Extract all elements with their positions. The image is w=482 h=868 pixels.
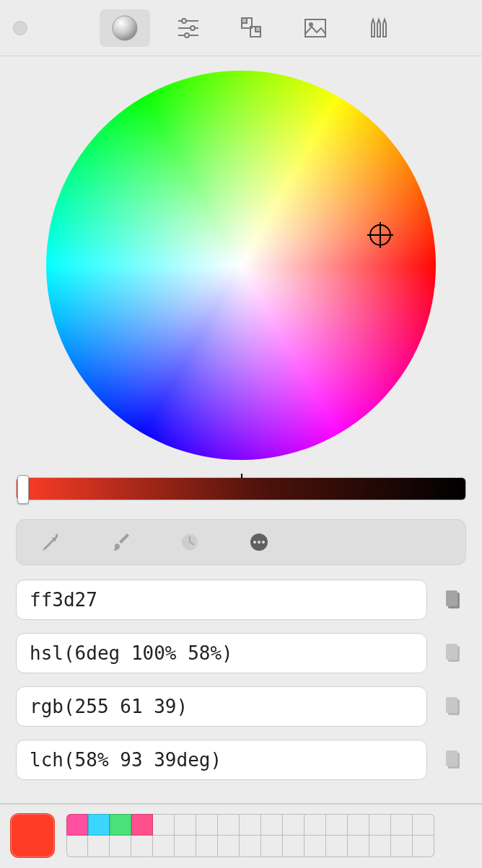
swatch-cell[interactable]: [413, 814, 434, 836]
svg-point-12: [310, 23, 312, 26]
swatch-cell[interactable]: [283, 836, 304, 857]
swatch-cell[interactable]: [240, 814, 261, 836]
svg-point-0: [113, 16, 137, 40]
swatch-cell[interactable]: [304, 814, 326, 836]
picker-mode-tabs: [100, 9, 404, 47]
sliders-icon: [174, 14, 203, 43]
hex-field[interactable]: ff3d27: [16, 580, 427, 620]
image-icon: [301, 14, 330, 43]
swatch-cell[interactable]: [369, 836, 391, 857]
lch-field[interactable]: lch(58% 93 39deg): [16, 740, 427, 780]
clipboard-icon: [442, 589, 464, 611]
titlebar: [0, 0, 482, 56]
swatch-cell[interactable]: [283, 814, 304, 836]
swatch-footer: [0, 803, 482, 868]
swatch-cell[interactable]: [413, 836, 434, 857]
clock-icon: [179, 531, 201, 553]
svg-rect-10: [255, 27, 260, 32]
svg-rect-11: [305, 19, 325, 37]
swatch-cell[interactable]: [218, 814, 240, 836]
rgb-field[interactable]: rgb(255 61 39): [16, 686, 427, 727]
color-wheel-tab[interactable]: [100, 9, 150, 47]
color-wheel[interactable]: [46, 71, 436, 460]
brightness-slider[interactable]: [16, 477, 466, 500]
swatch-cell[interactable]: [391, 814, 413, 836]
hsl-field[interactable]: hsl(6deg 100% 58%): [16, 633, 427, 673]
svg-rect-19: [446, 590, 457, 606]
brightness-handle[interactable]: [17, 475, 29, 504]
swatch-cell[interactable]: [240, 836, 261, 857]
current-color-swatch[interactable]: [10, 813, 55, 858]
swatch-cell[interactable]: [131, 836, 153, 857]
svg-rect-8: [242, 18, 247, 23]
copy-rgb-button[interactable]: [440, 694, 466, 719]
swatch-cell[interactable]: [131, 814, 153, 836]
swatch-cell[interactable]: [326, 814, 348, 836]
clipboard-icon: [442, 749, 464, 771]
color-values: ff3d27 hsl(6deg 100% 58%) rgb(255 61 39)…: [16, 580, 466, 780]
eyedropper-icon: [40, 531, 62, 553]
swatch-cell[interactable]: [110, 836, 131, 857]
svg-point-6: [185, 33, 189, 37]
swatch-cell[interactable]: [88, 836, 110, 857]
history-tool[interactable]: [155, 519, 224, 565]
swatch-cell[interactable]: [304, 836, 326, 857]
image-tab[interactable]: [290, 9, 341, 47]
swatch-cell[interactable]: [66, 814, 88, 836]
clipboard-icon: [442, 696, 464, 717]
copy-hsl-button[interactable]: [440, 640, 466, 666]
swatch-cell[interactable]: [261, 836, 283, 857]
swatch-row: [66, 836, 434, 857]
swatch-cell[interactable]: [153, 814, 175, 836]
swatch-grid: [66, 814, 434, 857]
swatch-cell[interactable]: [369, 814, 391, 836]
swatch-cell[interactable]: [218, 836, 240, 857]
svg-point-4: [190, 26, 195, 30]
swatch-cell[interactable]: [110, 814, 131, 836]
pencils-tab[interactable]: [354, 9, 404, 47]
palettes-icon: [237, 14, 266, 43]
swatch-cell[interactable]: [348, 814, 369, 836]
sphere-icon: [110, 14, 139, 43]
clipboard-icon: [442, 642, 464, 664]
swatch-cell[interactable]: [326, 836, 348, 857]
swatch-cell[interactable]: [153, 836, 175, 857]
swatch-row: [66, 814, 434, 836]
color-wheel-cursor[interactable]: [369, 224, 391, 246]
swatch-cell[interactable]: [175, 836, 196, 857]
swatch-cell[interactable]: [88, 814, 110, 836]
copy-hex-button[interactable]: [440, 587, 466, 613]
window-close-dot[interactable]: [13, 21, 27, 35]
swatch-cell[interactable]: [391, 836, 413, 857]
svg-point-17: [262, 541, 265, 544]
swatch-cell[interactable]: [196, 836, 218, 857]
more-tool[interactable]: [224, 519, 294, 565]
swatch-cell[interactable]: [261, 814, 283, 836]
swatch-cell[interactable]: [196, 814, 218, 836]
svg-rect-21: [446, 644, 457, 660]
svg-rect-25: [446, 750, 457, 766]
color-wheel-area: [0, 56, 482, 460]
svg-point-15: [253, 541, 256, 544]
pencils-icon: [364, 14, 393, 43]
swatch-cell[interactable]: [66, 836, 88, 857]
brush-tool[interactable]: [86, 519, 155, 565]
more-icon: [248, 531, 270, 553]
sliders-tab[interactable]: [163, 9, 214, 47]
svg-point-2: [182, 19, 186, 23]
swatch-cell[interactable]: [175, 814, 196, 836]
brightness-tick: [241, 474, 242, 478]
svg-rect-23: [446, 697, 457, 713]
copy-lch-button[interactable]: [440, 747, 466, 773]
brush-icon: [110, 531, 131, 553]
palettes-tab[interactable]: [227, 9, 277, 47]
eyedropper-tool[interactable]: [17, 519, 86, 565]
svg-point-16: [258, 541, 260, 544]
swatch-cell[interactable]: [348, 836, 369, 857]
tool-row: [16, 519, 466, 565]
